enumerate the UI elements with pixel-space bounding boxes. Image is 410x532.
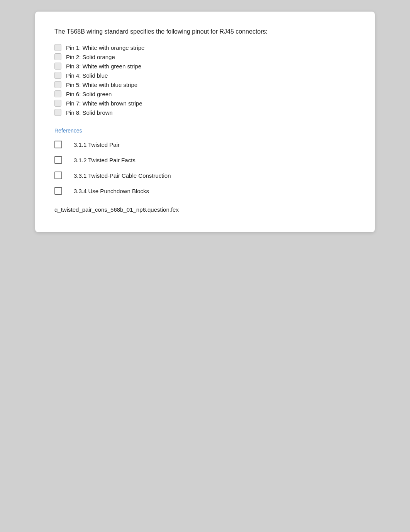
pin-icon <box>54 100 61 107</box>
intro-text: The T568B wiring standard specifies the … <box>54 27 356 36</box>
pin-item: Pin 2: Solid orange <box>54 53 356 60</box>
ref-icon <box>54 141 62 148</box>
ref-label: 3.3.1 Twisted-Pair Cable Construction <box>74 172 171 179</box>
references-list: 3.1.1 Twisted Pair3.1.2 Twisted Pair Fac… <box>54 141 356 195</box>
pin-item: Pin 6: Solid green <box>54 90 356 97</box>
pin-item: Pin 3: White with green stripe <box>54 63 356 70</box>
pin-label: Pin 6: Solid green <box>66 91 112 97</box>
pin-item: Pin 8: Solid brown <box>54 109 356 116</box>
pin-item: Pin 1: White with orange stripe <box>54 44 356 51</box>
ref-icon <box>54 172 62 179</box>
pin-icon <box>54 90 61 97</box>
pin-item: Pin 5: White with blue stripe <box>54 81 356 88</box>
ref-label: 3.1.1 Twisted Pair <box>74 141 120 148</box>
ref-label: 3.3.4 Use Punchdown Blocks <box>74 188 149 194</box>
ref-icon <box>54 156 62 164</box>
pin-item: Pin 4: Solid blue <box>54 72 356 79</box>
pin-label: Pin 4: Solid blue <box>66 72 108 79</box>
references-label: References <box>54 127 356 134</box>
ref-item: 3.1.2 Twisted Pair Facts <box>54 156 356 164</box>
pin-label: Pin 2: Solid orange <box>66 54 115 60</box>
pin-icon <box>54 63 61 70</box>
pin-icon <box>54 72 61 79</box>
pin-label: Pin 8: Solid brown <box>66 109 113 116</box>
pin-label: Pin 1: White with orange stripe <box>66 44 144 51</box>
pin-icon <box>54 109 61 116</box>
pin-label: Pin 3: White with green stripe <box>66 63 141 70</box>
ref-icon <box>54 187 62 195</box>
pin-icon <box>54 81 61 88</box>
pin-item: Pin 7: White with brown stripe <box>54 100 356 107</box>
pin-label: Pin 7: White with brown stripe <box>66 100 142 107</box>
pin-label: Pin 5: White with blue stripe <box>66 82 137 88</box>
file-label: q_twisted_pair_cons_568b_01_np6.question… <box>54 206 356 213</box>
pin-list: Pin 1: White with orange stripePin 2: So… <box>54 44 356 116</box>
ref-item: 3.1.1 Twisted Pair <box>54 141 356 148</box>
pin-icon <box>54 53 61 60</box>
main-card: The T568B wiring standard specifies the … <box>35 12 375 232</box>
ref-label: 3.1.2 Twisted Pair Facts <box>74 157 136 163</box>
ref-item: 3.3.1 Twisted-Pair Cable Construction <box>54 172 356 179</box>
ref-item: 3.3.4 Use Punchdown Blocks <box>54 187 356 195</box>
pin-icon <box>54 44 61 51</box>
